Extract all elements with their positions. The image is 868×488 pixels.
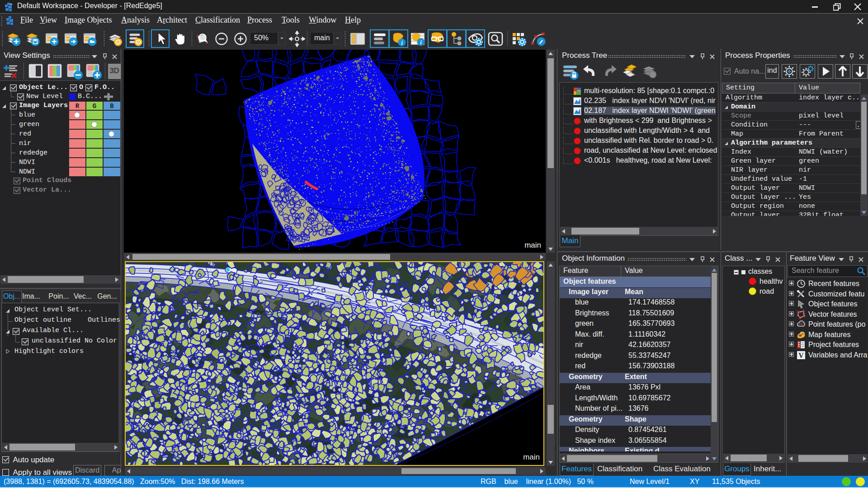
svg-text:V: V bbox=[798, 352, 804, 359]
svg-text:i: i bbox=[401, 39, 403, 46]
svg-text:i: i bbox=[420, 39, 422, 46]
